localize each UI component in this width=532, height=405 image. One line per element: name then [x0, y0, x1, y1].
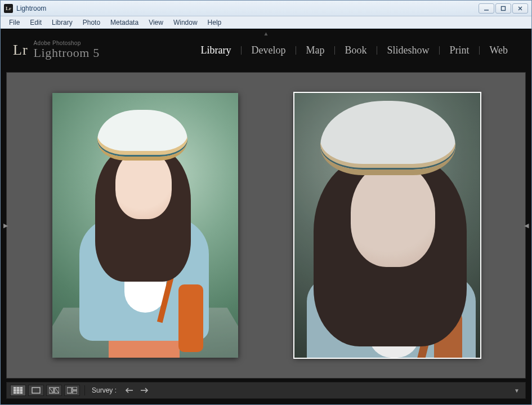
photo-thumbnail: [294, 93, 480, 358]
svg-rect-5: [17, 387, 19, 389]
svg-rect-11: [17, 392, 19, 394]
compare-view-button[interactable]: [46, 385, 62, 396]
menu-bar: File Edit Library Photo Metadata View Wi…: [1, 16, 531, 29]
module-print[interactable]: Print: [439, 44, 479, 56]
toolbar-mode-label: Survey :: [92, 386, 117, 394]
expand-left-panel-icon[interactable]: ▶: [3, 222, 8, 229]
menu-photo[interactable]: Photo: [78, 17, 105, 28]
window-frame: Lr Lightroom File Edit Library Photo Met…: [0, 0, 532, 405]
svg-line-17: [55, 388, 59, 393]
survey-view-button[interactable]: [64, 385, 80, 396]
svg-rect-19: [73, 387, 77, 390]
lightroom-logo-text: Lr: [13, 43, 28, 57]
menu-library[interactable]: Library: [47, 17, 78, 28]
app-body: ▲ Lr Adobe Photoshop Lightroom 5 Library…: [1, 29, 531, 404]
app-icon: Lr: [4, 4, 13, 13]
module-picker: Library Develop Map Book Slideshow Print…: [190, 44, 518, 56]
module-map[interactable]: Map: [296, 44, 334, 56]
product-name-block: Adobe Photoshop Lightroom 5: [34, 40, 100, 60]
svg-rect-20: [73, 391, 77, 394]
module-develop[interactable]: Develop: [241, 44, 296, 56]
product-name: Lightroom 5: [34, 46, 100, 60]
toolbar-options-button[interactable]: ▼: [512, 388, 522, 394]
survey-photo-1[interactable]: [52, 93, 238, 358]
svg-rect-4: [14, 387, 16, 389]
module-web[interactable]: Web: [479, 44, 518, 56]
module-book[interactable]: Book: [334, 44, 377, 56]
window-buttons: [479, 3, 528, 14]
arrow-right-icon: [140, 387, 149, 394]
svg-rect-1: [502, 6, 506, 10]
identity-plate[interactable]: Lr Adobe Photoshop Lightroom 5: [13, 40, 100, 60]
nav-prev-button[interactable]: [123, 385, 136, 396]
close-button[interactable]: [512, 3, 528, 14]
grid-view-button[interactable]: [10, 385, 26, 396]
survey-photo-2[interactable]: [294, 93, 480, 358]
svg-rect-8: [17, 390, 19, 391]
svg-rect-9: [20, 390, 23, 391]
photo-thumbnail: [52, 93, 238, 358]
expand-right-panel-icon[interactable]: ◀: [524, 222, 529, 229]
window-title: Lightroom: [16, 5, 46, 12]
content-viewer: ▶ ◀: [6, 72, 526, 379]
svg-rect-6: [20, 387, 23, 389]
arrow-left-icon: [125, 387, 134, 394]
module-library[interactable]: Library: [190, 44, 241, 56]
menu-window[interactable]: Window: [168, 17, 203, 28]
identity-module-bar: Lr Adobe Photoshop Lightroom 5 Library D…: [1, 33, 531, 68]
module-slideshow[interactable]: Slideshow: [377, 44, 439, 56]
toolbar: Survey : ▼: [6, 382, 526, 399]
menu-edit[interactable]: Edit: [25, 17, 47, 28]
survey-icon: [67, 387, 77, 394]
svg-rect-12: [20, 392, 23, 394]
compare-icon: [49, 387, 59, 394]
toolbar-separator: [84, 385, 85, 395]
grid-icon: [14, 387, 23, 394]
window-titlebar[interactable]: Lr Lightroom: [1, 1, 531, 16]
menu-metadata[interactable]: Metadata: [105, 17, 144, 28]
svg-line-16: [50, 388, 53, 393]
nav-next-button[interactable]: [138, 385, 150, 396]
collapse-top-panel-icon[interactable]: ▲: [263, 30, 269, 37]
minimize-button[interactable]: [479, 3, 494, 14]
menu-help[interactable]: Help: [203, 17, 227, 28]
loupe-icon: [32, 387, 41, 394]
menu-view[interactable]: View: [144, 17, 168, 28]
svg-rect-13: [32, 388, 40, 393]
svg-rect-18: [67, 388, 71, 393]
menu-file[interactable]: File: [4, 17, 25, 28]
maximize-button[interactable]: [495, 3, 511, 14]
loupe-view-button[interactable]: [28, 385, 44, 396]
svg-rect-10: [14, 392, 16, 394]
svg-rect-7: [14, 390, 16, 391]
